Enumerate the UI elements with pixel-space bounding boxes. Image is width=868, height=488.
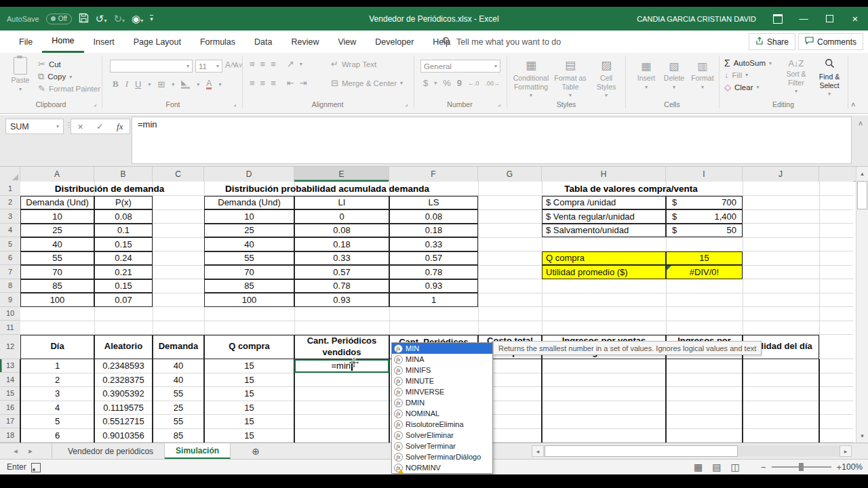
cumulative-header[interactable]: LI <box>294 196 389 210</box>
demand-cell[interactable]: 0.08 <box>94 209 153 224</box>
vscroll-down-arrow[interactable]: ▾ <box>856 430 868 442</box>
sim-cell[interactable]: 0.2348593 <box>94 359 153 373</box>
column-header-A[interactable]: A <box>20 167 94 182</box>
autocomplete-item-min[interactable]: fxMIN <box>392 343 492 354</box>
demand-header[interactable]: P(x) <box>94 196 153 210</box>
row-header-10[interactable]: 10 <box>0 307 20 321</box>
cumulative-cell[interactable]: 40 <box>204 237 294 251</box>
cumulative-cell[interactable]: 100 <box>204 293 294 307</box>
zoom-slider-thumb[interactable] <box>799 463 804 471</box>
normal-view-icon[interactable]: ▦ <box>694 462 703 472</box>
autocomplete-item-minute[interactable]: fxMINUTE <box>392 375 492 386</box>
autocomplete-item-nominal[interactable]: fxNOMINAL <box>392 408 492 419</box>
cumulative-table-title[interactable]: Distribución probabilidad acumulada dema… <box>204 182 448 196</box>
row-header-1[interactable]: 1 <box>0 182 20 196</box>
column-header-F[interactable]: F <box>389 167 478 182</box>
demand-cell[interactable]: 0.15 <box>94 237 153 251</box>
sheet-nav-right-icon[interactable]: ▸ <box>23 443 38 459</box>
vscroll-thumb[interactable] <box>857 181 867 209</box>
cumulative-header[interactable]: LS <box>389 196 478 210</box>
demand-cell[interactable]: 100 <box>20 293 94 307</box>
row-header-6[interactable]: 6 <box>0 251 20 266</box>
sim-cell[interactable]: 6 <box>20 428 94 443</box>
values-label[interactable]: $ Salvamento/unidad <box>542 224 666 238</box>
cumulative-cell[interactable]: 0.08 <box>389 209 478 224</box>
cumulative-cell[interactable]: 0.08 <box>294 224 389 238</box>
sim-header[interactable]: Cant. Periódicos vendidos <box>294 335 389 359</box>
row-header-15[interactable]: 15 <box>0 387 20 401</box>
autocomplete-item-mina[interactable]: fxMINA <box>392 354 492 365</box>
sim-cell[interactable]: 15 <box>204 401 294 415</box>
row-header-16[interactable]: 16 <box>0 401 20 415</box>
cumulative-cell[interactable]: 0.57 <box>294 265 389 279</box>
row-header-2[interactable]: 2 <box>0 196 20 210</box>
new-sheet-button[interactable]: ⊕ <box>248 443 263 459</box>
zoom-slider[interactable] <box>772 466 831 468</box>
sim-header[interactable]: Q compra <box>204 335 294 359</box>
sim-cell[interactable]: 0.2328375 <box>94 373 153 387</box>
sim-cell[interactable]: 4 <box>20 401 94 415</box>
row-header-4[interactable]: 4 <box>0 224 20 238</box>
sheet-tab-simulación[interactable]: Simulación <box>165 443 231 459</box>
sim-header[interactable]: Demanda <box>153 335 204 359</box>
values-label[interactable]: $ Venta regular/unidad <box>542 209 666 224</box>
sim-cell[interactable]: 0.3905392 <box>94 387 153 401</box>
row-header-5[interactable]: 5 <box>0 237 20 251</box>
autocomplete-item-risolutoreelimina[interactable]: fxRisolutoreElimina <box>392 419 492 430</box>
hscroll-thumb[interactable] <box>545 445 738 457</box>
sheet-tab-vendedor-de-periódicos[interactable]: Vendedor de periódicos <box>57 443 165 459</box>
column-header-B[interactable]: B <box>94 167 153 182</box>
active-cell-e13[interactable]: =min <box>294 359 389 373</box>
column-header-D[interactable]: D <box>204 167 294 182</box>
sim-cell[interactable]: 40 <box>153 359 204 373</box>
cumulative-cell[interactable]: 0.18 <box>389 224 478 238</box>
cumulative-cell[interactable]: 0.33 <box>294 251 389 266</box>
sim-cell[interactable]: 2 <box>20 373 94 387</box>
cumulative-cell[interactable]: 0.78 <box>294 279 389 293</box>
column-header-C[interactable]: C <box>153 167 204 182</box>
values-amount[interactable]: $700 <box>666 196 743 210</box>
page-break-view-icon[interactable]: ◫ <box>730 462 739 472</box>
row-header-12[interactable]: 12 <box>0 335 20 359</box>
cumulative-cell[interactable]: 1 <box>389 293 478 307</box>
sheet-nav-left-icon[interactable]: ◂ <box>8 443 23 459</box>
autocomplete-item-norminv[interactable]: fxNORMINV <box>392 462 492 473</box>
demand-table-title[interactable]: Distribución de demanda <box>20 182 197 196</box>
demand-cell[interactable]: 40 <box>20 237 94 251</box>
cumulative-cell[interactable]: 0.93 <box>389 279 478 293</box>
sim-cell[interactable]: 25 <box>153 401 204 415</box>
sim-cell[interactable]: 40 <box>153 373 204 387</box>
sim-cell[interactable]: 5 <box>20 415 94 429</box>
sim-cell[interactable]: 55 <box>153 415 204 429</box>
sim-cell[interactable]: 1 <box>20 359 94 373</box>
demand-cell[interactable]: 0.1 <box>94 224 153 238</box>
cumulative-cell[interactable]: 0.78 <box>389 265 478 279</box>
demand-header[interactable]: Demanda (Und) <box>20 196 94 210</box>
q-label[interactable]: Q compra <box>542 251 666 266</box>
vscroll-up-arrow[interactable]: ▴ <box>856 167 868 180</box>
demand-cell[interactable]: 0.07 <box>94 293 153 307</box>
demand-cell[interactable]: 55 <box>20 251 94 266</box>
column-header-E[interactable]: E <box>294 167 389 182</box>
sim-cell[interactable]: 0.9010356 <box>94 428 153 443</box>
sim-cell[interactable]: 3 <box>20 387 94 401</box>
cumulative-header[interactable]: Demanda (Und) <box>204 196 294 210</box>
demand-cell[interactable]: 0.15 <box>94 279 153 293</box>
zoom-level[interactable]: 100% <box>842 462 863 472</box>
row-header-3[interactable]: 3 <box>0 209 20 224</box>
sim-cell[interactable]: 15 <box>204 387 294 401</box>
sim-cell[interactable]: 15 <box>204 428 294 443</box>
values-amount[interactable]: $1,400 <box>666 209 743 224</box>
cumulative-cell[interactable]: 0.93 <box>294 293 389 307</box>
sim-cell[interactable]: 55 <box>153 387 204 401</box>
hscroll-right-arrow[interactable]: ▸ <box>840 445 852 457</box>
select-all-corner[interactable] <box>0 167 20 182</box>
hscroll-left-arrow[interactable]: ◂ <box>532 445 544 457</box>
autocomplete-item-minverse[interactable]: fxMINVERSE <box>392 386 492 397</box>
cumulative-cell[interactable]: 0.33 <box>389 237 478 251</box>
demand-cell[interactable]: 0.24 <box>94 251 153 266</box>
row-header-8[interactable]: 8 <box>0 279 20 293</box>
page-layout-view-icon[interactable]: ▤ <box>712 462 721 472</box>
macro-record-button[interactable] <box>31 463 41 474</box>
q-value[interactable]: 15 <box>666 251 743 266</box>
